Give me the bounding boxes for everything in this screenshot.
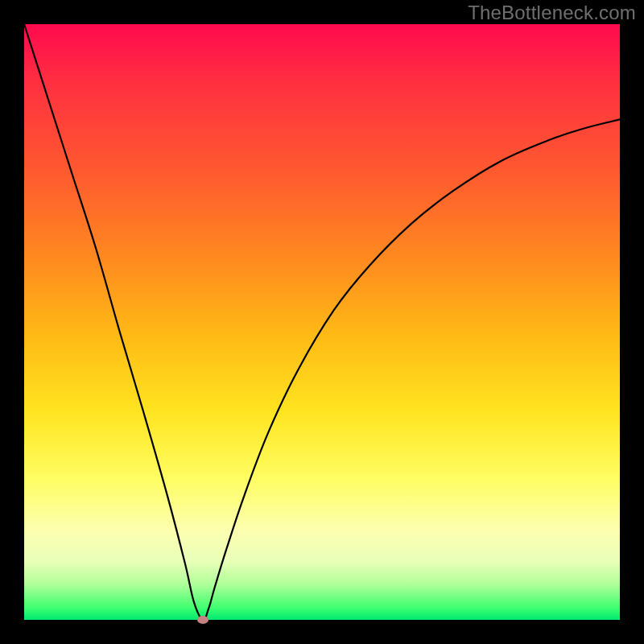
plot-frame xyxy=(24,24,620,620)
minimum-marker xyxy=(197,616,208,624)
bottleneck-curve xyxy=(24,24,620,620)
chart-container: TheBottleneck.com xyxy=(0,0,644,644)
curve-layer xyxy=(24,24,620,620)
plot-area xyxy=(24,24,620,620)
watermark-text: TheBottleneck.com xyxy=(468,2,636,24)
